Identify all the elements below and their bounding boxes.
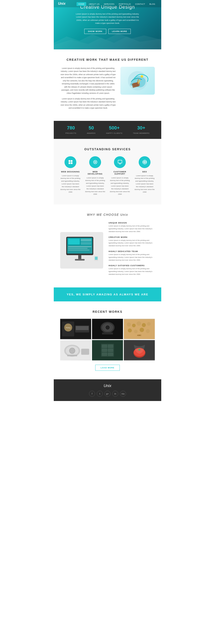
svg-rect-23 bbox=[81, 242, 92, 245]
svg-rect-36 bbox=[76, 326, 88, 330]
feature-text-1: Lorem Ipsum is simply dummy text of the … bbox=[109, 225, 155, 233]
service-icon-4 bbox=[139, 156, 150, 168]
social-rss-icon[interactable]: rss bbox=[120, 391, 126, 397]
hero-text: Lorem Ipsum is simply dummy text of the … bbox=[75, 12, 140, 25]
service-text-2: Lorem Ipsum is simply dummy text of the … bbox=[85, 177, 105, 196]
work-item-1[interactable]: Riding bbox=[60, 319, 91, 339]
svg-rect-64 bbox=[108, 348, 113, 352]
works-title: RECENT WORKS bbox=[60, 310, 155, 314]
stat-projects-label: PROJECTS bbox=[65, 132, 76, 134]
svg-rect-7 bbox=[71, 160, 72, 162]
nav-menu: HOME ABOUT US SERVICES PORTFOLIO CONTACT… bbox=[77, 2, 157, 6]
nav-item-home[interactable]: HOME bbox=[77, 2, 86, 6]
creative-section: CREATIVE WORK THAT MAKE US DIFFERENT Lor… bbox=[54, 49, 161, 121]
services-section: OUTSTANDING SERVICES WEB DESIGNING Lorem… bbox=[54, 139, 161, 204]
why-features: UNIQUE DESIGN Lorem Ipsum is simply dumm… bbox=[109, 222, 155, 279]
feature-text-2: Lorem Ipsum is simply dummy text of the … bbox=[109, 239, 155, 247]
stat-clients-label: HAPPY CLIENTS bbox=[106, 132, 123, 134]
service-text-1: Lorem Ipsum is simply dummy text of the … bbox=[60, 174, 81, 194]
work-item-5[interactable] bbox=[92, 340, 123, 360]
feature-title-3: HIGHLY DEDICATED TEAM bbox=[109, 250, 155, 252]
svg-rect-25 bbox=[68, 248, 88, 249]
creative-para2: Lorem Ipsum is simply dummy text of the … bbox=[60, 97, 116, 110]
work-item-6[interactable] bbox=[124, 340, 155, 360]
svg-rect-26 bbox=[68, 250, 89, 250]
svg-rect-65 bbox=[102, 353, 107, 356]
stat-clients: 500+ HAPPY CLIENTS bbox=[106, 125, 123, 134]
svg-rect-21 bbox=[68, 239, 80, 244]
work-item-3[interactable]: ABC bbox=[124, 319, 155, 339]
footer: Unix f t g+ in rss bbox=[54, 379, 161, 401]
stat-awards: 50 AWARDS bbox=[87, 125, 96, 134]
stat-projects-number: 780 bbox=[65, 125, 76, 131]
why-title: WHY WE CHOOSE Unix bbox=[60, 213, 155, 216]
creative-illustration bbox=[120, 67, 155, 95]
nav-item-portfolio[interactable]: PORTFOLIO bbox=[117, 2, 132, 6]
svg-text:ABC: ABC bbox=[137, 334, 141, 336]
svg-point-51 bbox=[146, 329, 150, 333]
creative-svg bbox=[121, 68, 154, 94]
nav-brand[interactable]: Unix bbox=[58, 2, 66, 6]
nav-item-services[interactable]: SERVICES bbox=[102, 2, 116, 6]
stat-team-label: TEAM MEMBERS bbox=[133, 132, 150, 134]
stats-bar: 780 PROJECTS 50 AWARDS 500+ HAPPY CLIENT… bbox=[54, 121, 161, 139]
nav-item-contact[interactable]: CONTACT bbox=[133, 2, 147, 6]
service-text-3: Lorem Ipsum is simply dummy text of the … bbox=[110, 177, 130, 196]
feature-creative-work: CREATIVE WORK Lorem Ipsum is simply dumm… bbox=[109, 236, 155, 247]
service-web-designing: WEB DESIGNING Lorem Ipsum is simply dumm… bbox=[60, 156, 81, 196]
creative-title: CREATIVE WORK THAT MAKE US DIFFERENT bbox=[60, 58, 155, 62]
svg-rect-28 bbox=[75, 259, 85, 260]
stat-team: 30+ TEAM MEMBERS bbox=[133, 125, 150, 134]
svg-point-48 bbox=[128, 328, 132, 332]
svg-rect-27 bbox=[78, 255, 81, 259]
service-text-4: Lorem Ipsum is simply dummy text of the … bbox=[134, 174, 155, 194]
svg-point-56 bbox=[69, 348, 75, 354]
svg-point-50 bbox=[139, 328, 144, 332]
service-title-4: SEO bbox=[134, 171, 155, 173]
svg-text:Riding: Riding bbox=[66, 327, 71, 329]
svg-rect-9 bbox=[71, 162, 72, 164]
load-more-button[interactable]: LOAD MORE bbox=[95, 365, 120, 371]
creative-para1: Lorem Ipsum is simply dummy text of the … bbox=[60, 67, 116, 95]
svg-rect-66 bbox=[108, 353, 113, 356]
stat-projects: 780 PROJECTS bbox=[65, 125, 76, 134]
service-web-developing: WEB DEVELOPING Lorem Ipsum is simply dum… bbox=[85, 156, 105, 196]
navbar: Unix HOME ABOUT US SERVICES PORTFOLIO CO… bbox=[54, 0, 161, 7]
feature-title-2: CREATIVE WORK bbox=[109, 236, 155, 238]
svg-rect-8 bbox=[69, 162, 70, 164]
nav-item-about[interactable]: ABOUT US bbox=[87, 2, 101, 6]
svg-rect-61 bbox=[102, 345, 107, 348]
services-title: OUTSTANDING SERVICES bbox=[60, 148, 155, 151]
social-facebook-icon[interactable]: f bbox=[89, 391, 95, 397]
svg-rect-6 bbox=[69, 160, 70, 162]
svg-point-43 bbox=[127, 322, 131, 326]
cta-banner: YES, WE SIMPLY AMAZING AS ALWAYS WE ARE bbox=[54, 288, 161, 302]
feature-title-1: UNIQUE DESIGN bbox=[109, 222, 155, 224]
work-item-2[interactable] bbox=[92, 319, 123, 339]
work-item-4[interactable] bbox=[60, 340, 91, 360]
svg-rect-30 bbox=[95, 257, 98, 260]
nav-item-blog[interactable]: BLOG bbox=[148, 2, 157, 6]
social-googleplus-icon[interactable]: g+ bbox=[104, 391, 111, 397]
learn-more-button[interactable]: LEARN MORE bbox=[108, 29, 131, 34]
feature-unique-design: UNIQUE DESIGN Lorem Ipsum is simply dumm… bbox=[109, 222, 155, 233]
feature-text-4: Lorem Ipsum is simply dummy text of the … bbox=[109, 268, 155, 276]
service-seo: SEO Lorem Ipsum is simply dummy text of … bbox=[134, 156, 155, 196]
footer-social: f t g+ in rss bbox=[60, 391, 155, 397]
service-title-2: WEB DEVELOPING bbox=[85, 171, 105, 175]
footer-brand: Unix bbox=[60, 384, 155, 388]
stat-awards-label: AWARDS bbox=[87, 132, 96, 134]
svg-point-45 bbox=[136, 321, 141, 326]
hero-buttons: SHOW WORK LEARN MORE bbox=[58, 29, 157, 34]
svg-rect-57 bbox=[67, 355, 77, 356]
cta-text: YES, WE SIMPLY AMAZING AS ALWAYS WE ARE bbox=[60, 293, 155, 296]
show-work-button[interactable]: SHOW WORK bbox=[84, 29, 106, 34]
social-linkedin-icon[interactable]: in bbox=[112, 391, 118, 397]
services-grid: WEB DESIGNING Lorem Ipsum is simply dumm… bbox=[60, 156, 155, 196]
social-twitter-icon[interactable]: t bbox=[97, 391, 103, 397]
service-icon-2 bbox=[89, 156, 101, 168]
stat-team-number: 30+ bbox=[133, 125, 150, 131]
svg-rect-41 bbox=[102, 332, 113, 334]
creative-image bbox=[120, 67, 155, 95]
stat-clients-number: 500+ bbox=[106, 125, 123, 131]
